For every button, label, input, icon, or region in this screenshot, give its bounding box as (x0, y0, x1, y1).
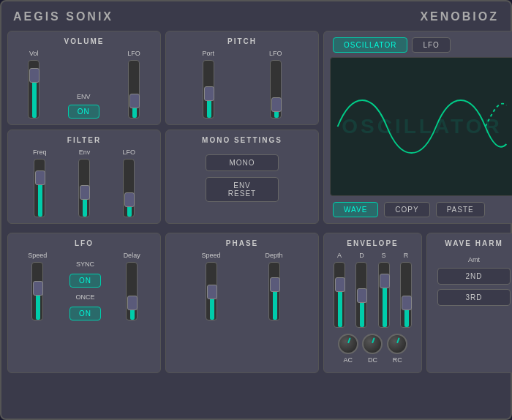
env-d-group: D (355, 252, 367, 328)
brand-right: XENOBIOZ (420, 10, 499, 23)
osc-display: OSCILLATOR (330, 57, 512, 196)
lfo-panel: LFO Speed SYNC ON ONCE ON Delay (7, 233, 161, 373)
env-r-label: R (404, 252, 409, 259)
env-d-thumb (357, 288, 367, 303)
env-a-fill (338, 287, 342, 327)
lfo-once-on-button[interactable]: ON (69, 307, 101, 320)
lfo-sync-on-button[interactable]: ON (69, 274, 101, 288)
env-s-thumb (380, 274, 390, 288)
vol-lfo-slider-group: LFO (127, 50, 140, 119)
pitch-lfo-slider-group: LFO (269, 50, 282, 119)
wave-button[interactable]: WAVE (333, 202, 378, 217)
env-dc-group: DC (362, 334, 383, 364)
envelope-title: ENVELOPE (330, 239, 415, 247)
vol-slider-group: Vol (28, 50, 39, 119)
vol-lfo-label: LFO (127, 50, 140, 57)
envelope-panel: ENVELOPE A D S (323, 233, 422, 373)
env-s-label: S (382, 252, 386, 259)
oscillator-panel: OSCILLATOR LFO OSCILLATOR WAVE COPY PAST… (323, 31, 512, 224)
filter-lfo-thumb (124, 192, 135, 207)
osc-wave-svg (331, 58, 512, 195)
mono-settings-panel: MONO SETTINGS MONO ENV RESET (165, 130, 319, 224)
lfo-sync-group: SYNC ON ONCE ON (69, 260, 101, 320)
paste-button[interactable]: PASTE (436, 202, 485, 217)
phase-sliders: Speed Depth (172, 252, 312, 320)
env-a-group: A (334, 252, 345, 328)
pitch-lfo-slider[interactable] (270, 60, 282, 119)
filter-env-slider[interactable] (78, 159, 90, 217)
pitch-port-label: Port (202, 50, 214, 57)
ac-knob[interactable] (338, 334, 358, 354)
mono-title: MONO SETTINGS (202, 136, 282, 144)
volume-panel: VOLUME Vol ENV ON LFO (7, 31, 161, 125)
second-harm-button[interactable]: 2ND (437, 268, 511, 285)
lfo-sliders-row: Speed SYNC ON ONCE ON Delay (14, 252, 154, 320)
wave-harm-amt-label: Amt (468, 256, 480, 263)
phase-depth-group: Depth (265, 252, 282, 320)
env-r-thumb (402, 296, 412, 310)
volume-sliders-row: Vol ENV ON LFO (14, 50, 154, 119)
env-rc-group: RC (387, 334, 407, 364)
filter-freq-fill (38, 180, 42, 217)
lfo-speed-group: Speed (28, 252, 47, 320)
lfo-speed-thumb (33, 281, 43, 296)
filter-lfo-group: LFO (122, 149, 135, 217)
third-harm-button[interactable]: 3RD (437, 289, 511, 306)
rc-knob[interactable] (387, 334, 407, 354)
env-s-slider[interactable] (378, 262, 390, 328)
phase-depth-thumb (270, 277, 280, 292)
env-r-slider[interactable] (400, 262, 412, 328)
filter-freq-slider[interactable] (34, 159, 45, 217)
volume-title: VOLUME (14, 37, 154, 45)
env-knobs-row: AC DC RC (330, 331, 415, 367)
phase-depth-label: Depth (265, 252, 282, 259)
filter-env-thumb (80, 185, 90, 200)
filter-lfo-slider[interactable] (123, 159, 135, 217)
lfo-delay-slider[interactable] (126, 262, 138, 320)
pitch-panel: PITCH Port LFO (165, 31, 319, 125)
pitch-port-thumb (204, 86, 214, 101)
filter-env-label: Env (79, 149, 91, 156)
top-bar: AEGIS SONIX XENOBIOZ (7, 7, 505, 26)
osc-tab-lfo[interactable]: LFO (412, 37, 450, 53)
env-label: ENV (77, 93, 91, 100)
env-a-slider[interactable] (334, 262, 345, 328)
env-ac-group: AC (338, 334, 358, 364)
filter-sliders-row: Freq Env LFO (14, 149, 154, 217)
ac-label: AC (344, 356, 353, 364)
copy-button[interactable]: COPY (384, 202, 429, 217)
filter-panel: FILTER Freq Env LFO (7, 130, 161, 224)
phase-speed-slider[interactable] (206, 262, 217, 320)
env-d-slider[interactable] (355, 262, 367, 328)
phase-speed-thumb (207, 285, 217, 299)
brand-left: AEGIS SONIX (13, 10, 113, 23)
dc-knob[interactable] (362, 334, 383, 354)
mono-button[interactable]: MONO (206, 154, 279, 171)
env-adsr-row: A D S (330, 252, 415, 328)
lfo-sync-label: SYNC (76, 260, 94, 268)
dc-label: DC (368, 356, 377, 364)
filter-freq-group: Freq (33, 149, 47, 217)
phase-depth-slider[interactable] (268, 262, 280, 320)
vol-thumb (29, 68, 39, 83)
wave-harm-title: WAVE HARM (445, 239, 502, 247)
pitch-sliders-row: Port LFO (172, 50, 312, 119)
env-reset-button[interactable]: ENV RESET (206, 177, 279, 202)
pitch-port-slider-group: Port (202, 50, 214, 119)
vol-slider[interactable] (28, 60, 39, 119)
wave-harm-panel: WAVE HARM Amt 2ND 3RD (426, 233, 512, 373)
phase-title: PHASE (172, 239, 312, 247)
env-on-button[interactable]: ON (68, 105, 99, 119)
pitch-lfo-thumb (271, 97, 282, 112)
vol-lfo-slider[interactable] (128, 60, 140, 119)
env-r-group: R (400, 252, 412, 328)
env-row: ENV ON (68, 93, 99, 119)
lfo-speed-slider[interactable] (31, 262, 43, 320)
pitch-title: PITCH (172, 37, 312, 45)
vol-fill (32, 78, 37, 118)
osc-tab-oscillator[interactable]: OSCILLATOR (333, 37, 407, 53)
vol-label: Vol (29, 50, 39, 57)
filter-freq-label: Freq (33, 149, 47, 156)
pitch-port-slider[interactable] (203, 60, 214, 119)
pitch-lfo-label: LFO (269, 50, 282, 57)
